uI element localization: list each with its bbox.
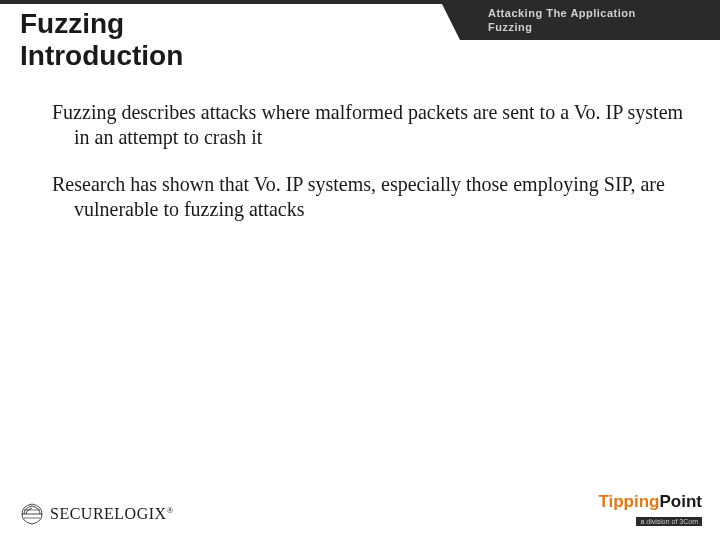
securelogix-name: SECURELOGIX <box>50 505 167 522</box>
tipping-word: Tipping <box>598 492 659 511</box>
slide-body: Fuzzing describes attacks where malforme… <box>30 100 700 244</box>
logo-tippingpoint: TippingPoint a division of 3Com <box>598 493 702 528</box>
breadcrumb-line2: Fuzzing <box>488 20 710 34</box>
logo-securelogix: SECURELOGIX® <box>18 500 174 528</box>
point-word: Point <box>660 492 703 511</box>
tippingpoint-text: TippingPoint <box>598 493 702 510</box>
paragraph-2: Research has shown that Vo. IP systems, … <box>30 172 700 222</box>
title-text: Fuzzing Introduction <box>20 8 183 71</box>
tippingpoint-subtitle: a division of 3Com <box>636 517 702 526</box>
securelogix-icon <box>18 500 46 528</box>
breadcrumb-line1: Attacking The Application <box>488 6 710 20</box>
footer: SECURELOGIX® TippingPoint a division of … <box>18 493 702 528</box>
header-breadcrumb-tab: Attacking The Application Fuzzing <box>460 0 720 40</box>
securelogix-text: SECURELOGIX® <box>50 505 174 523</box>
registered-mark: ® <box>167 505 174 515</box>
paragraph-1: Fuzzing describes attacks where malforme… <box>30 100 700 150</box>
slide-title: Fuzzing Introduction <box>20 8 183 72</box>
